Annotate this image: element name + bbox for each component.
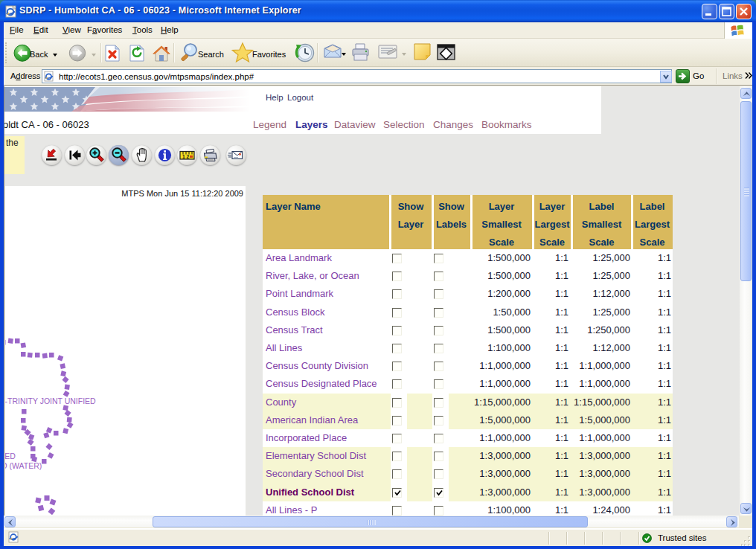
svg-text:1 2: 1 2 bbox=[182, 154, 189, 159]
